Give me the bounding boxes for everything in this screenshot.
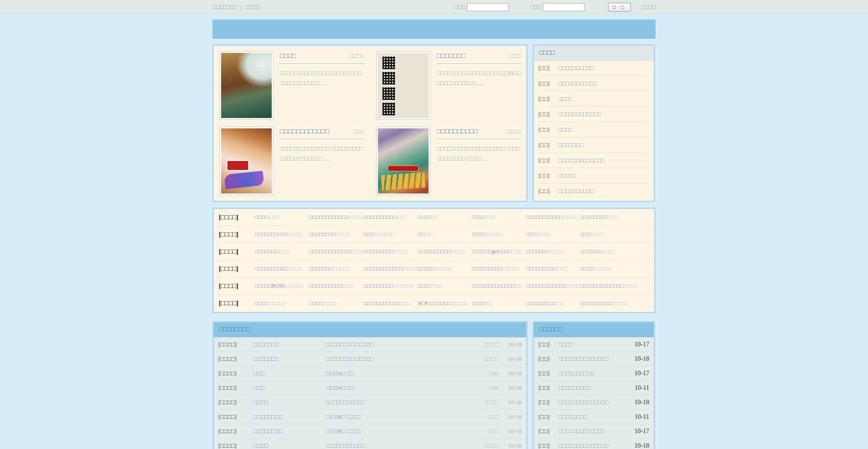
category-book-link[interactable]: □□□□/□□□□□ — [580, 265, 654, 272]
ranking-item[interactable]: [□□] □□□□□□□ — [538, 137, 649, 153]
category-book-title: □□□□□□□□□ — [526, 300, 556, 307]
category-book-link[interactable]: □□□□□□□/□□□□□ — [309, 265, 363, 272]
category-book-author: □□□□ — [625, 283, 638, 289]
category-book-link[interactable]: □□□□/□□□ — [418, 283, 472, 289]
category-book-link[interactable]: □□□□□□□□□□/□□ — [363, 214, 418, 221]
book-title-link[interactable]: □□□□ — [280, 52, 296, 60]
topbar-link-left-2[interactable]: □□□□ — [246, 4, 260, 11]
category-book-link[interactable]: □□□□□□□□□□□□□/□□□ — [309, 248, 363, 255]
category-book-link[interactable]: □□□□/□□□□□ — [255, 300, 309, 307]
category-book-link[interactable]: SCP□□□□□□□□/□□□□ — [418, 300, 472, 307]
category-book-link[interactable]: □□□□□□get□□□□/□□□ — [472, 248, 526, 255]
update-row[interactable]: [□□□□] □□□□ □□□□□□□□□□□ □□□□ 10-18 — [218, 395, 522, 410]
search-input-2[interactable] — [543, 3, 585, 11]
book-title-link[interactable]: □□□□□□□ — [437, 52, 465, 60]
news-row[interactable]: [□□] □□□□□□□□□□ 10-17 — [538, 366, 649, 381]
category-book-link[interactable]: □□□□□□□□□□□□□/□□ — [472, 283, 526, 289]
book-cover-image — [221, 128, 272, 194]
category-book-link[interactable]: □□□□□□□□□□□□/□□□□ — [526, 283, 580, 289]
book-cover-link[interactable] — [376, 127, 430, 195]
update-row[interactable]: [□□□□] □□□ □1254□ □□ □66 10-18 — [218, 366, 522, 381]
category-book-link[interactable]: □□□□/□□□ — [472, 214, 526, 221]
category-book-link[interactable]: □□□□□□□□□/□□□ — [526, 265, 580, 272]
category-book-link[interactable]: □□□□□□□□□□□/□□□□ — [526, 214, 580, 221]
update-chapter-title: □□□□□□□□□□□ — [326, 399, 463, 406]
update-date: 10-18 — [498, 413, 522, 421]
main-navigation — [212, 19, 656, 39]
category-book-link[interactable]: □□□□□□□□□□□□/□□□□ — [309, 214, 363, 221]
update-row[interactable]: [□□□□] □□□□□□□ □□□□□□□□ □□□□□ □□□□ 10-18 — [218, 337, 522, 352]
category-book-link[interactable]: □□□□□BOSS/□□□□□ — [255, 283, 309, 289]
book-title-link[interactable]: □□□□□□□□□□ — [437, 128, 478, 135]
category-book-link[interactable]: □□□/□□□□□□ — [363, 231, 418, 238]
category-book-link[interactable]: □□□□/□□□□□ — [472, 231, 526, 238]
category-tag: [□□□□] — [214, 300, 255, 307]
update-row[interactable]: [□□□□] □□□ □1254□ □□ □66 10-18 — [218, 381, 522, 395]
category-book-link[interactable]: □□□□/□□ — [472, 300, 526, 307]
book-cover-link[interactable] — [376, 51, 430, 120]
category-book-link[interactable]: □□□□□□□/□□□ — [255, 248, 309, 255]
ranking-item[interactable]: [□□] □□□□□□□□□□□□□ — [538, 153, 649, 168]
ranking-item[interactable]: [□□] □□□□□□□□□□ — [538, 184, 649, 199]
ranking-item[interactable]: [□□] □□□□ — [538, 122, 649, 137]
ranking-item[interactable]: [□□] □□□□□□□□□□□ — [538, 76, 649, 91]
topbar-link-left-1[interactable]: □□□□□□□ — [212, 4, 237, 11]
update-row[interactable]: [□□□□] □□□□□□□□ □1338□ □□□□ □□□ 10-18 — [218, 410, 522, 424]
category-book-link[interactable]: □□□□□□□□□/□□□□□□ — [363, 283, 418, 289]
ranking-item[interactable]: [□□] □□□□□□□□□□□□ — [538, 107, 649, 122]
category-book-link[interactable]: □□□□□□□/□□□□ — [526, 248, 580, 255]
category-book-link[interactable]: □□□/□□□□ — [580, 231, 654, 238]
update-row[interactable]: [□□□□] □□□□ □□□□□□□□□□□ □□□□ 10-18 — [218, 439, 522, 449]
update-row[interactable]: [□□□□] □□□□□□□ □□□□□□□□ □□□□□ □□□□ 10-18 — [218, 352, 522, 366]
news-row[interactable]: [□□] □□□□□□□□□□□□□□ 10-18 — [538, 395, 649, 410]
top-content-section: □□□□ □□□□ □□□□□□□□□□□□□□□□□□□□□□□□□□□□□□… — [212, 44, 656, 202]
category-book-link[interactable]: □□□□/□□ — [418, 214, 472, 221]
category-book-link[interactable]: □□□□□□□□□□/□□□□ — [580, 300, 654, 307]
category-book-link[interactable]: □□□□□□□□□□/□□□□ — [255, 231, 309, 238]
book-author-link[interactable]: □□□□ — [347, 52, 364, 60]
ranking-item[interactable]: [□□] □□□□ — [538, 91, 649, 107]
category-book-link[interactable]: □□□□□/□□□□□ — [418, 265, 472, 272]
news-row[interactable]: [□□] □□□□□□□□□ 10-11 — [538, 381, 649, 395]
category-book-title: □□□□□□□ — [526, 248, 549, 255]
book-author-link[interactable]: □□□ — [507, 52, 521, 60]
news-row[interactable]: [□□] □□□□ 10-17 — [538, 337, 649, 352]
category-book-link[interactable]: □□□/□□□□ — [526, 231, 580, 238]
category-book-link[interactable]: □□□□□□□□□□□□□/□□□□ — [580, 283, 654, 289]
category-book-author: □□□ — [344, 283, 354, 289]
category-row: [□□□□] □□□□□BOSS/□□□□□□□□□□□□□□□/□□□□□□□… — [214, 278, 654, 295]
search-button[interactable]: □ □ — [608, 3, 631, 12]
category-book-link[interactable]: □□□□□□□□□□□□/□□□□ — [363, 265, 418, 272]
category-book-link[interactable]: □□□□□□□□□/□□ — [526, 300, 580, 307]
category-book-link[interactable]: □□□□□□□□□□/□□□ — [309, 283, 363, 289]
news-title: □□□□□□□□□□□□□□ — [559, 442, 628, 449]
category-book-link[interactable]: □□□□□□□□/□□□□ — [309, 231, 363, 238]
category-book-link[interactable]: □□□□□□□□□□/□□□□ — [255, 265, 309, 272]
news-row[interactable]: [□□] □□□□□□□□□□□□□□ 10-18 — [538, 352, 649, 366]
ranking-item[interactable]: [□□] □□□□□□□□□□ — [538, 61, 649, 76]
book-author-link[interactable]: □□□ — [350, 128, 364, 135]
category-book-link[interactable]: □□□□/□□□ — [255, 214, 309, 221]
category-book-link[interactable]: □□/□□ — [418, 231, 472, 238]
news-title: □□□□□□□□□□ — [559, 370, 628, 377]
category-book-link[interactable]: □□□□□□/□□□□ — [580, 248, 654, 255]
category-book-link[interactable]: □□□□/□□□□ — [309, 300, 363, 307]
category-book-link[interactable]: □□□□□□□□/□□□ — [580, 214, 654, 221]
update-author: □□□ — [463, 428, 498, 435]
category-book-link[interactable]: □□□□□□□□□□□/□□□ — [363, 300, 418, 307]
news-row[interactable]: [□□] □□□□□□□□□□□□□ 10-17 — [538, 424, 649, 439]
category-book-author: □□□ — [401, 300, 411, 307]
category-book-link[interactable]: □□□□□□□□□□/□□□□ — [418, 248, 472, 255]
news-row[interactable]: [□□] □□□□□□□□□□□□□□ 10-18 — [538, 439, 649, 449]
category-book-link[interactable]: □□□□□□□□□/□□□□ — [363, 248, 418, 255]
search-input-1[interactable] — [467, 3, 509, 11]
category-book-link[interactable]: □□□□□□□□□/□□□□□ — [472, 265, 526, 272]
book-title-link[interactable]: □□□□□□□□□□□□ — [280, 128, 329, 135]
book-cover-link[interactable] — [219, 127, 274, 195]
news-date: 10-18 — [628, 442, 649, 449]
ranking-item[interactable]: [□□] □□□□□ — [538, 168, 649, 184]
news-row[interactable]: [□□] □□□□□□□□ 10-11 — [538, 410, 649, 424]
update-row[interactable]: [□□□□] □□□□□□□□ □1338□ □□□□ □□□ 10-18 — [218, 424, 522, 439]
book-author-link[interactable]: □□□□ — [504, 128, 521, 135]
book-cover-link[interactable] — [219, 51, 274, 120]
